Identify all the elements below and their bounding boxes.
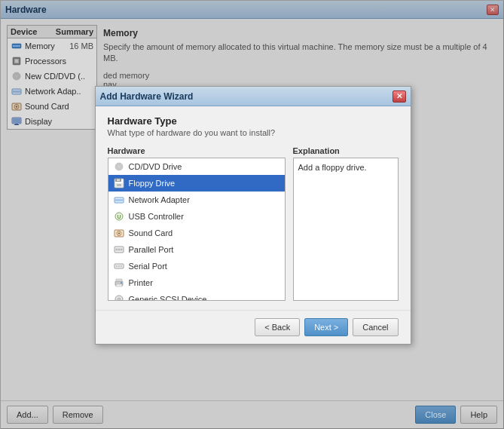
svg-rect-56 [121, 283, 122, 284]
modal-columns: Hardware CD/DVD Drive [108, 146, 399, 301]
hardware-item-parallel[interactable]: Parallel Port [108, 241, 285, 258]
sound-card-icon [113, 227, 125, 239]
hardware-list: CD/DVD Drive Floppy Drive [108, 158, 286, 301]
hardware-item-serial[interactable]: Serial Port [108, 258, 285, 274]
svg-rect-32 [117, 184, 121, 186]
svg-point-51 [118, 265, 120, 267]
modal-body: Hardware Type What type of hardware do y… [96, 106, 411, 310]
next-button[interactable]: Next > [304, 318, 348, 336]
cancel-button[interactable]: Cancel [353, 318, 398, 336]
hardware-item-usb[interactable]: U USB Controller [108, 208, 285, 225]
svg-point-46 [116, 249, 118, 250]
cd-drive-icon [113, 161, 125, 173]
floppy-drive-icon [113, 177, 125, 189]
usb-controller-icon: U [113, 210, 125, 222]
explanation-text: Add a floppy drive. [298, 163, 367, 172]
back-button[interactable]: < Back [255, 318, 300, 336]
hardware-item-floppy[interactable]: Floppy Drive [108, 175, 285, 192]
hardware-list-section: Hardware CD/DVD Drive [108, 146, 286, 301]
hardware-item-cd[interactable]: CD/DVD Drive [108, 158, 285, 175]
svg-point-48 [121, 249, 122, 250]
svg-point-43 [118, 232, 119, 234]
svg-point-58 [118, 298, 121, 301]
parallel-port-icon [113, 244, 125, 256]
svg-text:U: U [117, 214, 121, 219]
modal-titlebar: Add Hardware Wizard ✕ [96, 87, 411, 106]
svg-rect-55 [116, 284, 122, 287]
printer-icon [113, 277, 125, 289]
main-window: Hardware ✕ Device Summary Memory 16 MB [0, 0, 504, 429]
add-hardware-dialog: Add Hardware Wizard ✕ Hardware Type What… [95, 86, 411, 345]
svg-point-52 [121, 265, 122, 267]
explanation-label: Explanation [293, 146, 399, 155]
modal-overlay: Add Hardware Wizard ✕ Hardware Type What… [1, 1, 504, 429]
svg-rect-30 [117, 179, 120, 182]
serial-port-icon [113, 260, 125, 272]
scsi-device-icon [113, 293, 125, 301]
svg-rect-54 [116, 279, 122, 281]
printer-label: Printer [129, 278, 153, 287]
usb-controller-label: USB Controller [129, 212, 184, 221]
modal-question: What type of hardware do you want to ins… [108, 128, 399, 137]
modal-footer: < Back Next > Cancel [96, 310, 411, 344]
explanation-section: Explanation Add a floppy drive. [293, 146, 399, 301]
svg-point-50 [116, 265, 118, 267]
svg-point-27 [118, 166, 120, 167]
cd-drive-label: CD/DVD Drive [129, 162, 182, 171]
hardware-item-scsi[interactable]: Generic SCSI Device [108, 291, 285, 301]
hardware-item-sound[interactable]: Sound Card [108, 225, 285, 241]
serial-port-label: Serial Port [129, 262, 167, 271]
hardware-item-network[interactable]: Network Adapter [108, 192, 285, 208]
parallel-port-label: Parallel Port [129, 245, 174, 254]
modal-close-button[interactable]: ✕ [393, 90, 406, 103]
network-adapter-label: Network Adapter [129, 195, 190, 204]
floppy-drive-label: Floppy Drive [129, 179, 176, 188]
hardware-item-printer[interactable]: Printer [108, 274, 285, 291]
sound-card-label: Sound Card [129, 228, 173, 237]
modal-title: Add Hardware Wizard [100, 91, 194, 102]
hardware-list-label: Hardware [108, 146, 286, 155]
scsi-device-label: Generic SCSI Device [129, 295, 207, 301]
modal-subtitle: Hardware Type [108, 115, 399, 127]
explanation-box: Add a floppy drive. [293, 158, 399, 301]
network-adapter-icon [113, 194, 125, 206]
svg-point-47 [118, 249, 120, 250]
